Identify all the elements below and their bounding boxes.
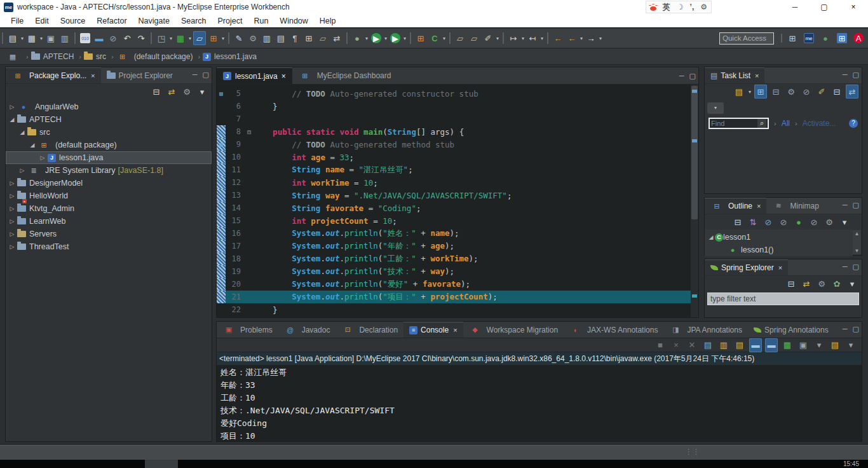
close-tab-icon[interactable]: × xyxy=(281,72,286,81)
profile-button-dropdown-icon[interactable]: ▾ xyxy=(402,36,407,41)
menu-file[interactable]: File xyxy=(5,14,29,28)
spring-menu-button[interactable]: ▾ xyxy=(846,277,858,291)
overview-current-line-mark[interactable] xyxy=(692,294,697,298)
sync-tasks-button[interactable]: ⇄ xyxy=(846,85,858,99)
show-stderr-button[interactable]: ▥ xyxy=(717,338,730,352)
outline-menu-button[interactable]: ▾ xyxy=(838,215,851,229)
code-line-17[interactable]: 17 System.out.println("年龄：" + age); xyxy=(217,240,691,252)
minimize-view-icon[interactable]: ─ xyxy=(843,325,848,333)
maximize-view-icon[interactable]: ▢ xyxy=(853,325,859,333)
tab-declaration[interactable]: ⊡Declaration xyxy=(336,322,403,338)
code-line-22[interactable]: 22 } xyxy=(217,303,691,316)
new-task-button[interactable]: ▤ xyxy=(733,85,745,99)
sort-button[interactable]: ⇅ xyxy=(747,215,759,229)
breadcrumb-item-src[interactable]: src xyxy=(84,52,106,61)
table-button[interactable]: ⊞ xyxy=(302,31,315,45)
code-line-9[interactable]: ▤9 // TODO Auto-generated method stub xyxy=(217,138,691,151)
word-wrap-button[interactable]: ▤ xyxy=(733,338,746,352)
run-button-dropdown-icon[interactable]: ▾ xyxy=(383,36,388,41)
show-stdout-button[interactable]: ▤ xyxy=(702,338,714,352)
scroll-lock-button[interactable]: ▬ xyxy=(749,338,762,352)
spring-code-button[interactable]: C xyxy=(428,31,441,45)
hide-non-public-button[interactable]: ● xyxy=(792,215,805,229)
palette-button[interactable]: ⊞ xyxy=(207,31,220,45)
expand-arrow-icon[interactable]: ▷ xyxy=(39,155,46,161)
javaee-perspective-button[interactable]: ⊞ xyxy=(837,33,847,43)
breadcrumb-item-aptech[interactable]: APTECH xyxy=(31,52,74,61)
breadcrumb-item--default-package-[interactable]: ⊞(default package) xyxy=(116,52,193,61)
tab-workspace-migration[interactable]: ◆Workspace Migration xyxy=(463,322,564,338)
tab-task-list[interactable]: ▤ Task List × xyxy=(705,67,764,83)
link-with-editor-button[interactable]: ⇄ xyxy=(165,85,178,99)
expand-arrow-icon[interactable]: ◢ xyxy=(29,142,36,148)
categorized-button[interactable]: ⊞ xyxy=(754,85,767,99)
block-selection-button[interactable]: ⊘ xyxy=(107,31,119,45)
hide-local-button[interactable]: ⊘ xyxy=(808,215,820,229)
open-doc-button[interactable]: ▤ xyxy=(275,31,287,45)
next-edit-location-button[interactable]: ↦ xyxy=(507,31,520,45)
expand-arrow-icon[interactable]: ▷ xyxy=(8,218,16,224)
save-button[interactable]: ▣ xyxy=(44,31,57,45)
spring-filter-input[interactable]: type filter text xyxy=(707,292,859,305)
focus-workweek-button[interactable]: ✐ xyxy=(815,85,828,99)
new-button[interactable]: ▤ xyxy=(6,31,19,45)
task-find-input[interactable]: Find ⌕ xyxy=(709,118,769,129)
restore-button[interactable]: ▢ xyxy=(810,0,839,14)
close-button[interactable]: × xyxy=(839,0,868,14)
back-button[interactable]: ← xyxy=(566,31,578,45)
coverage-button-dropdown-icon[interactable]: ▾ xyxy=(168,36,173,41)
tree-item-lesson1-java[interactable]: ▷Jlesson1.java xyxy=(6,151,212,164)
tab-spring-annotations[interactable]: Spring Annotations xyxy=(748,322,834,338)
breadcrumb-item-lesson1-java[interactable]: Jlesson1.java xyxy=(203,52,257,61)
menu-navigate[interactable]: Navigate xyxy=(133,14,175,28)
overview-task-mark[interactable] xyxy=(692,139,697,142)
remove-launch-button[interactable]: × xyxy=(670,338,682,352)
code-line-20[interactable]: 20 System.out.println("爱好" + favorate); xyxy=(217,278,691,291)
expand-arrow-icon[interactable]: ▷ xyxy=(8,180,16,186)
hide-fields-button[interactable]: ⊘ xyxy=(762,215,775,229)
expand-arrow-icon[interactable]: ▷ xyxy=(8,193,16,199)
binary-literals-button[interactable]: 010 xyxy=(80,33,90,43)
tree-item-designermodel[interactable]: ▷DesignerModel xyxy=(6,177,212,189)
server-start-button[interactable]: ▦ xyxy=(174,31,187,45)
back-button-dropdown-icon[interactable]: ▾ xyxy=(579,36,584,41)
tree-item-learnweb[interactable]: ▷LearnWeb xyxy=(6,215,212,228)
code-editor[interactable]: ▤5 // TODO Auto-generated constructor st… xyxy=(217,85,691,317)
last-edit-location-button[interactable]: ↤ xyxy=(526,31,539,45)
breadcrumb-item[interactable]: ▦ xyxy=(6,52,21,61)
code-line-7[interactable]: 7 xyxy=(217,113,691,125)
code-line-8[interactable]: 8⊟ public static void main(String[] args… xyxy=(217,125,691,138)
ime-toolbar[interactable]: 英 ☽ ’, ⚙ xyxy=(646,1,712,13)
console-message-button[interactable]: ▬ xyxy=(93,31,105,45)
ime-paw-icon[interactable] xyxy=(650,6,656,11)
code-line-18[interactable]: 18 System.out.println("工龄：" + workTime); xyxy=(217,252,691,265)
import-folder-button[interactable]: ▱ xyxy=(468,31,480,45)
collapse-tasks-button[interactable]: ⊟ xyxy=(831,85,843,99)
gears-button[interactable]: ⚙ xyxy=(247,31,259,45)
open-perspective-button[interactable]: ⊞ xyxy=(786,31,799,45)
last-edit-location-button-dropdown-icon[interactable]: ▾ xyxy=(539,36,545,41)
collapse-outline-button[interactable]: ⊟ xyxy=(731,215,744,229)
debug-button-dropdown-icon[interactable]: ▾ xyxy=(364,36,369,41)
tree-item-servers[interactable]: ▷Servers xyxy=(6,228,212,240)
tree-item-threadtest[interactable]: ▷ThreadTest xyxy=(6,240,212,253)
hide-completed-button[interactable]: ⊘ xyxy=(800,85,813,99)
taskbar-app-button[interactable] xyxy=(145,460,178,468)
editor-tab-myeclipse-dashboard[interactable]: ⊞MyEclipse Dashboard xyxy=(292,67,398,84)
tab-outline[interactable]: ⊟Outline× xyxy=(705,198,766,214)
angular-perspective-button[interactable]: A xyxy=(853,33,864,43)
tree-item-ktvtg-admin[interactable]: ▷Ktvtg_Admin xyxy=(6,202,212,215)
server-start-button-dropdown-icon[interactable]: ▾ xyxy=(187,36,193,41)
console-output[interactable]: 姓名：湛江吊丝哥年龄：33工龄：10技术：.Net/JAVA/SQL/JAVAS… xyxy=(217,365,862,444)
view-menu-button[interactable]: ▾ xyxy=(196,85,208,99)
tab-problems[interactable]: ▣Problems xyxy=(217,322,278,338)
windows-taskbar[interactable]: 15:45 xyxy=(0,460,868,468)
collapse-spring-button[interactable]: ⊟ xyxy=(785,277,797,291)
focus-button[interactable]: ⚙ xyxy=(180,85,193,99)
outline-gear-button[interactable]: ⚙ xyxy=(823,215,836,229)
copy-doc-button[interactable]: ▥ xyxy=(261,31,273,45)
close-tab-icon[interactable]: × xyxy=(453,326,457,334)
undo-button[interactable]: ↶ xyxy=(121,31,133,45)
next-edit-location-button-dropdown-icon[interactable]: ▾ xyxy=(520,36,526,41)
menu-search[interactable]: Search xyxy=(175,14,212,28)
